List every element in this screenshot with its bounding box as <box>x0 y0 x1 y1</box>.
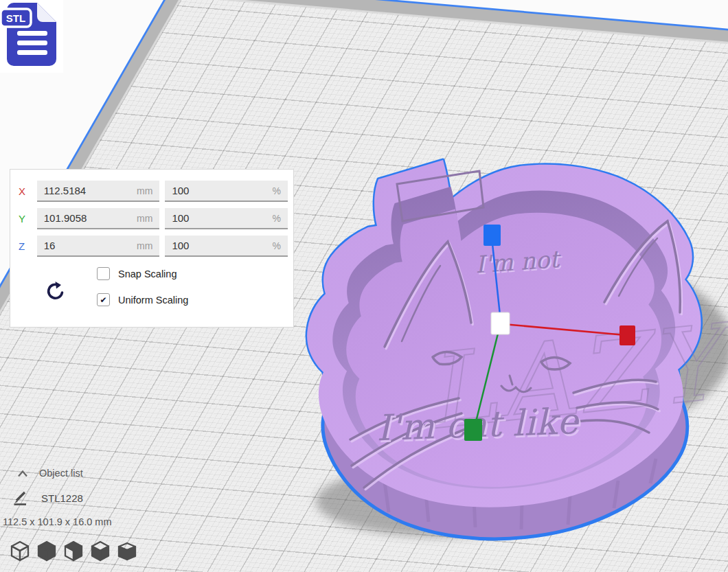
gizmo-center-handle[interactable] <box>491 312 510 334</box>
axis-x-label: X <box>19 185 37 197</box>
uniform-scaling-label: Uniform Scaling <box>118 295 188 306</box>
scale-row-y: Y 101.9058 mm 100 % <box>19 208 293 229</box>
gizmo-y-handle[interactable] <box>464 419 482 441</box>
scale-z-percent-value: 100 <box>172 240 189 251</box>
snap-scaling-label: Snap Scaling <box>118 268 177 279</box>
view-cube-open-top-icon[interactable] <box>90 539 111 562</box>
axis-z-label: Z <box>19 240 37 252</box>
scale-x-percent-value: 100 <box>172 185 189 196</box>
gizmo-z-handle[interactable] <box>484 225 501 246</box>
reset-icon <box>43 279 68 304</box>
gizmo-x-handle[interactable] <box>619 325 635 345</box>
scale-z-percent-unit: % <box>273 240 281 251</box>
document-folded-corner <box>37 3 56 22</box>
snap-scaling-checkbox[interactable]: ✔ <box>97 267 110 280</box>
scale-y-percent-value: 100 <box>172 212 189 224</box>
model-canvas: LAZY I'm not I'm not I'm cat like I'm ca… <box>275 141 728 567</box>
reset-scale-button[interactable] <box>42 278 69 306</box>
scale-y-mm-input[interactable]: 101.9058 mm <box>37 208 160 229</box>
object-name: STL1228 <box>41 492 83 504</box>
scale-z-mm-input[interactable]: 16 mm <box>37 236 160 257</box>
scale-x-mm-unit: mm <box>137 185 152 196</box>
scale-x-mm-value: 112.5184 <box>44 185 86 196</box>
uniform-scaling-row: ✔ Uniform Scaling <box>97 293 293 306</box>
view-cube-flat-top-icon[interactable] <box>117 539 137 562</box>
stl-badge-text: STL <box>6 12 25 24</box>
scale-x-percent-input[interactable]: 100 % <box>165 181 288 202</box>
model-dimensions-text: 112.5 x 101.9 x 16.0 mm <box>3 516 112 527</box>
scale-z-mm-value: 16 <box>44 240 56 251</box>
scale-x-mm-input[interactable]: 112.5184 mm <box>37 181 160 202</box>
chevron-up-icon <box>16 469 29 478</box>
scale-y-mm-value: 101.9058 <box>44 212 87 224</box>
view-mode-toolbar <box>10 539 137 562</box>
application-window: LAZY I'm not I'm not I'm cat like I'm ca… <box>0 0 728 572</box>
view-cube-solid-icon[interactable] <box>36 539 57 562</box>
scale-y-percent-unit: % <box>273 213 281 224</box>
object-list-item[interactable]: STL1228 <box>12 490 83 506</box>
axis-y-label: Y <box>19 213 37 225</box>
object-list-label: Object list <box>39 468 83 479</box>
view-cube-wireframe-icon[interactable] <box>10 539 30 562</box>
checkmark-glyph: ✔ <box>100 296 106 304</box>
scale-z-percent-input[interactable]: 100 % <box>165 236 288 257</box>
stl-file-icon: STL <box>0 0 63 73</box>
scale-row-z: Z 16 mm 100 % <box>19 236 293 257</box>
document-text-lines <box>17 31 47 55</box>
pencil-edit-icon <box>12 490 30 506</box>
scale-tool-panel: X 112.5184 mm 100 % Y 101.9058 mm 100 % … <box>10 169 294 328</box>
scale-y-percent-input[interactable]: 100 % <box>165 208 288 229</box>
scale-y-mm-unit: mm <box>137 213 152 224</box>
snap-scaling-row: ✔ Snap Scaling <box>97 267 293 280</box>
scale-z-mm-unit: mm <box>137 240 152 251</box>
scale-row-x: X 112.5184 mm 100 % <box>19 181 293 202</box>
uniform-scaling-checkbox[interactable]: ✔ <box>97 293 110 306</box>
scale-x-percent-unit: % <box>273 185 281 196</box>
object-list-toggle[interactable]: Object list <box>16 468 83 479</box>
view-cube-open-left-icon[interactable] <box>63 539 84 562</box>
